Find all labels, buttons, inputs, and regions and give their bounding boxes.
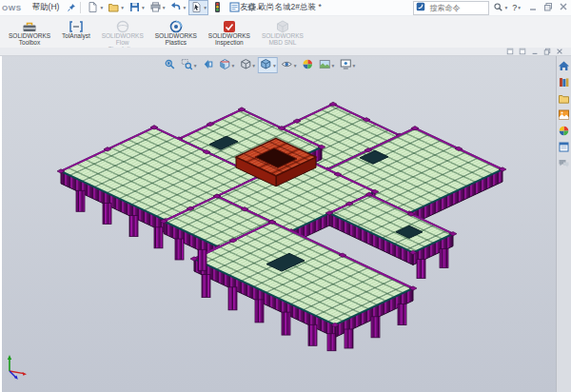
- apply-scene-button[interactable]: ▾: [317, 57, 337, 73]
- options-button[interactable]: ▾: [244, 0, 264, 15]
- addin-solidworks-toolbox[interactable]: SOLIDWORKSToolbox: [3, 17, 56, 48]
- print-button[interactable]: ▾: [148, 0, 167, 15]
- view-settings-icon: [339, 57, 351, 74]
- caret-down-icon[interactable]: ▾: [121, 5, 124, 10]
- caret-down-icon[interactable]: ▾: [332, 63, 335, 69]
- addin-label: Flow: [116, 39, 129, 46]
- new-button[interactable]: ▾: [85, 0, 105, 15]
- section-icon: [219, 57, 231, 74]
- file-properties-icon: [228, 1, 241, 15]
- edit-appearance-button[interactable]: [300, 57, 316, 73]
- addin-solidworks-plastics[interactable]: SOLIDWORKSPlastics: [149, 17, 203, 48]
- caret-down-icon[interactable]: ▾: [294, 63, 297, 69]
- ball-icon: [558, 124, 570, 141]
- doc-minimize-button[interactable]: [531, 48, 539, 55]
- titlebar-right: ▾ ?▾: [413, 1, 571, 15]
- caret-down-icon[interactable]: ▾: [204, 5, 207, 10]
- search-input[interactable]: [427, 3, 486, 13]
- undo-button[interactable]: ▾: [167, 0, 187, 15]
- quick-access-toolbar: ▾▾▾▾▾▾▾: [85, 0, 263, 15]
- caret-down-icon[interactable]: ▾: [352, 63, 355, 69]
- pin-menu-icon[interactable]: [67, 3, 76, 12]
- scene-icon: [319, 57, 331, 74]
- zoom-area-icon: [181, 57, 193, 74]
- zoom-to-area-button[interactable]: ▾: [179, 57, 199, 73]
- addin-label: Toolbox: [19, 39, 40, 46]
- ball-icon: [302, 57, 314, 74]
- open-button[interactable]: ▾: [106, 0, 126, 15]
- taskpane-tab-design-library[interactable]: [558, 77, 570, 89]
- select-button[interactable]: ▾: [188, 0, 208, 15]
- reference-triad: [5, 354, 30, 381]
- caret-down-icon[interactable]: ▾: [232, 63, 235, 69]
- separator: [80, 2, 81, 13]
- doc-restore-button[interactable]: [543, 48, 551, 55]
- menu-help[interactable]: 帮助(H): [30, 2, 63, 13]
- inspection-icon: [222, 19, 237, 31]
- minimize-button[interactable]: [528, 2, 538, 13]
- doc-window-b-button[interactable]: [519, 48, 526, 55]
- addin-label: SOLIDWORKS: [208, 32, 250, 39]
- save-button[interactable]: ▾: [127, 0, 147, 15]
- search-magnifier-button[interactable]: ▾: [492, 1, 508, 14]
- close-button[interactable]: [559, 2, 568, 13]
- solidworks-window: OWS 帮助(H) ▾▾▾▾▾▾▾ 友佳.欧尚名城2#总装 * ▾ ?▾ SOL…: [0, 0, 571, 392]
- caret-down-icon[interactable]: ▾: [259, 5, 262, 10]
- view-orientation-button[interactable]: ▾: [237, 57, 257, 73]
- caret-down-icon[interactable]: ▾: [100, 5, 103, 10]
- taskpane-tab-appearances-scenes[interactable]: [558, 126, 570, 138]
- hide-show-items-button[interactable]: ▾: [279, 57, 299, 73]
- titlebar: OWS 帮助(H) ▾▾▾▾▾▾▾ 友佳.欧尚名城2#总装 * ▾ ?▾: [0, 0, 571, 16]
- caret-down-icon[interactable]: ▾: [273, 63, 276, 69]
- taskpane-tab-solidworks-forum[interactable]: [558, 158, 570, 170]
- doc-close-button[interactable]: [556, 48, 563, 55]
- zoom-fit-icon: [164, 57, 176, 74]
- ribbon-addins: SOLIDWORKSToolboxTolAnalystSOLIDWORKSFlo…: [0, 16, 571, 48]
- model-3d-view[interactable]: [2, 56, 556, 392]
- addin-tolanalyst[interactable]: TolAnalyst: [56, 17, 96, 41]
- folder-icon: [558, 91, 570, 108]
- commandmanager-tabstrip: [0, 48, 571, 56]
- previous-view-button[interactable]: [200, 57, 216, 73]
- help-button[interactable]: ?▾: [511, 1, 522, 14]
- tolanalyst-icon: [69, 19, 84, 31]
- caret-down-icon[interactable]: ▾: [142, 5, 145, 10]
- toolbox-icon: [22, 19, 37, 31]
- select-icon: [190, 1, 203, 15]
- caret-down-icon[interactable]: ▾: [183, 5, 186, 10]
- view-settings-button[interactable]: ▾: [337, 57, 357, 73]
- rebuild-button[interactable]: [209, 0, 226, 15]
- heads-up-view-toolbar: ▾▾▾▾▾▾▾: [162, 57, 357, 73]
- doc-window-a-button[interactable]: [506, 48, 514, 55]
- addin-solidworks-inspection[interactable]: SOLIDWORKSInspection: [203, 17, 256, 48]
- taskpane-tab-file-explorer[interactable]: [558, 93, 570, 106]
- caret-down-icon[interactable]: ▾: [163, 5, 166, 10]
- task-pane: [556, 56, 571, 392]
- display-style-button[interactable]: ▾: [258, 57, 278, 73]
- library-icon: [558, 75, 570, 92]
- section-view-button[interactable]: ▾: [217, 57, 237, 73]
- forum-icon: [558, 156, 570, 173]
- addin-label: MBD SNL: [268, 39, 296, 46]
- display-style-icon: [260, 57, 272, 74]
- file-properties-button[interactable]: [226, 0, 243, 15]
- caret-down-icon[interactable]: ▾: [252, 63, 255, 69]
- taskpane-tab-view-palette[interactable]: [558, 109, 570, 122]
- undo-icon: [169, 1, 182, 15]
- flow-icon: [115, 19, 130, 31]
- caret-down-icon[interactable]: ▾: [194, 63, 197, 69]
- zoom-to-fit-button[interactable]: [162, 57, 178, 73]
- addin-label: TolAnalyst: [62, 32, 90, 39]
- props-icon: [558, 140, 570, 157]
- print-icon: [149, 1, 162, 15]
- taskpane-tab-custom-properties[interactable]: [558, 142, 570, 154]
- taskpane-tab-solidworks-resources[interactable]: [558, 61, 570, 73]
- home-icon: [558, 59, 570, 76]
- orientation-icon: [239, 57, 251, 74]
- doc-new-icon: [87, 1, 99, 15]
- restore-button[interactable]: [543, 2, 553, 13]
- addin-solidworks-mbd-snl: SOLIDWORKSMBD SNL: [256, 17, 309, 48]
- graphics-viewport[interactable]: ▾▾▾▾▾▾▾: [0, 56, 556, 392]
- save-icon: [128, 1, 141, 15]
- search-box[interactable]: [413, 1, 489, 15]
